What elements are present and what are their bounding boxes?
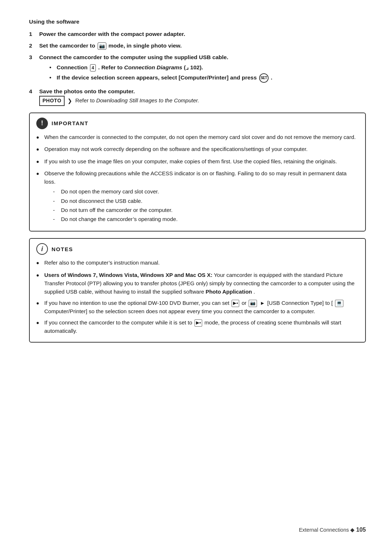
note-2-bold-end: Photo Application (205, 289, 252, 295)
notes-bullets: • Refer also to the computer’s instructi… (36, 258, 359, 335)
photo-mode-icon: 📷 (98, 42, 106, 50)
step-2-text-after: mode, in single photo view. (109, 42, 182, 49)
dash-2: - (53, 197, 61, 205)
arrow-right-note: ► (260, 300, 265, 306)
dash-1: - (53, 187, 61, 196)
notes-icon: i (36, 243, 48, 255)
note-4-text-before: If you connect the camcorder to the comp… (44, 319, 194, 326)
step-3-bullet-2: • If the device selection screen appears… (49, 73, 366, 83)
note-bullet-dot-1: • (36, 258, 44, 268)
note-2-content: Users of Windows 7, Windows Vista, Windo… (44, 271, 359, 296)
note-1-text: Refer also to the computer’s instruction… (44, 258, 160, 268)
sub-dash-4: - Do not change the camcorder’s operatin… (53, 215, 359, 223)
note-1: • Refer also to the computer’s instructi… (36, 258, 359, 268)
page-number: 105 (356, 527, 366, 533)
step-4-text: Save the photos onto the computer. (39, 88, 135, 94)
bullet-dot-4: • (36, 169, 44, 224)
dash-4: - (53, 215, 61, 223)
connection-4-icon: 4 (90, 64, 96, 71)
note-4-content: If you connect the camcorder to the comp… (44, 318, 359, 335)
important-box: ! IMPORTANT • When the camcorder is conn… (29, 113, 366, 232)
important-icon: ! (36, 118, 48, 129)
important-bullet-3: • If you wish to use the image files on … (36, 157, 359, 167)
important-bullet-4: • Observe the following precautions whil… (36, 169, 359, 224)
sub-dash-1: - Do not open the memory card slot cover… (53, 187, 359, 196)
notes-header: i NOTES (36, 243, 359, 255)
important-header: ! IMPORTANT (36, 118, 359, 129)
bullet-dot-1: • (36, 133, 44, 142)
footer-text: External Connections ◆ (299, 527, 355, 533)
note-2: • Users of Windows 7, Windows Vista, Win… (36, 271, 359, 296)
page-content: Using the software 1 Power the camcorder… (29, 17, 366, 343)
note-3-text-after2: Computer/Printer] so the selection scree… (44, 308, 315, 314)
camera-icon-note: 📷 (249, 300, 257, 307)
note-4: • If you connect the camcorder to the co… (36, 318, 359, 335)
note-bullet-dot-3: • (36, 299, 44, 316)
section-heading: Using the software (29, 17, 366, 26)
photo-button-icon: PHOTO (39, 96, 65, 106)
page-footer: External Connections ◆ 105 (299, 526, 366, 535)
step-3-bullet-2-content: If the device selection screen appears, … (57, 73, 272, 83)
bullet-sym-1: • (49, 63, 57, 72)
important-bullet-2: • Operation may not work correctly depen… (36, 145, 359, 154)
important-title: IMPORTANT (52, 119, 89, 127)
step-num-2: 2 (29, 41, 39, 50)
note-bullet-dot-4: • (36, 318, 44, 335)
step-1: 1 Power the camcorder with the compact p… (29, 30, 366, 38)
connection-diagrams-ref: Connection Diagrams (124, 64, 182, 70)
step-4-ref: PHOTO ❯ Refer to Downloading Still Image… (39, 97, 199, 103)
step-3-bullet-1: • Connection 4 . Refer to Connection Dia… (49, 63, 366, 72)
notes-title: NOTES (52, 245, 73, 253)
bullet-sym-2: • (49, 73, 57, 83)
step-4-content: Save the photos onto the computer. PHOTO… (39, 87, 366, 106)
step-num-3: 3 (29, 53, 39, 84)
note-bullet-dot-2: • (36, 271, 44, 296)
sub-dash-2-text: Do not disconnect the USB cable. (61, 197, 142, 205)
important-bullet-3-text: If you wish to use the image files on yo… (44, 157, 337, 167)
important-bullet-2-text: Operation may not work correctly dependi… (44, 145, 307, 154)
important-bullets: • When the camcorder is connected to the… (36, 133, 359, 224)
step-num-1: 1 (29, 30, 39, 38)
numbered-steps: 1 Power the camcorder with the compact p… (29, 30, 366, 106)
step-4: 4 Save the photos onto the computer. PHO… (29, 87, 366, 106)
note-3-text-after: [USB Connection Type] to [ (267, 300, 333, 306)
step-3-text: Connect the camcorder to the computer us… (39, 54, 228, 60)
note-3: • If you have no intention to use the op… (36, 299, 359, 316)
downloading-ref: Downloading Still Images to the Computer… (96, 97, 199, 103)
step-2: 2 Set the camcorder to 📷 mode, in single… (29, 41, 366, 50)
note-2-text-end: . (253, 289, 255, 295)
step-3-content: Connect the camcorder to the computer us… (39, 53, 366, 84)
sub-dash-3: - Do not turn off the camcorder or the c… (53, 206, 359, 214)
sub-dash-1-text: Do not open the memory card slot cover. (61, 187, 159, 196)
note-3-text-before: If you have no intention to use the opti… (44, 300, 231, 306)
note-3-content: If you have no intention to use the opti… (44, 299, 359, 316)
dvd-icon: ▶▪ (232, 300, 239, 307)
step-1-text: Power the camcorder with the compact pow… (39, 30, 366, 38)
notes-box: i NOTES • Refer also to the computer’s i… (29, 238, 366, 343)
set-button-icon: SET (259, 73, 269, 83)
computer-icon: 💻 (335, 300, 343, 307)
tape-icon: ▶▪ (195, 319, 202, 327)
note-3-or: or (242, 300, 248, 306)
sub-dash-2: - Do not disconnect the USB cable. (53, 197, 359, 205)
arrow-right-icon: ❯ (68, 98, 72, 104)
step-2-content: Set the camcorder to 📷 mode, in single p… (39, 41, 366, 50)
note-2-bold-intro: Users of Windows 7, Windows Vista, Windo… (44, 272, 212, 278)
important-bullet-1-text: When the camcorder is connected to the c… (44, 133, 356, 142)
step-3: 3 Connect the camcorder to the computer … (29, 53, 366, 84)
bullet-dot-2: • (36, 145, 44, 154)
important-bullet-1: • When the camcorder is connected to the… (36, 133, 359, 142)
bullet-dot-3: • (36, 157, 44, 167)
access-sub-list: - Do not open the memory card slot cover… (53, 187, 359, 223)
important-bullet-4-content: Observe the following precautions while … (44, 169, 359, 224)
step-3-bullets: • Connection 4 . Refer to Connection Dia… (49, 63, 366, 83)
step-2-text-before: Set the camcorder to (39, 42, 95, 49)
step-num-4: 4 (29, 87, 39, 106)
sub-dash-3-text: Do not turn off the camcorder or the com… (61, 206, 172, 214)
dash-3: - (53, 206, 61, 214)
step-3-bullet-1-content: Connection 4 . Refer to Connection Diagr… (57, 63, 203, 72)
sub-dash-4-text: Do not change the camcorder’s operating … (61, 215, 177, 223)
